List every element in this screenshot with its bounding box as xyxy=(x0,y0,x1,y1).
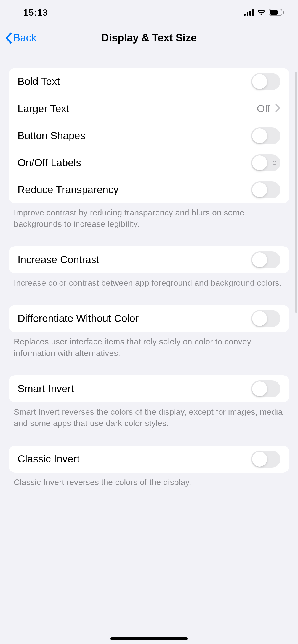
wifi-icon xyxy=(257,9,266,16)
settings-group-smart-invert: Smart Invert xyxy=(9,375,289,402)
home-indicator[interactable] xyxy=(110,637,188,640)
status-bar: 15:13 xyxy=(0,0,298,25)
footer-differentiate: Replaces user interface items that rely … xyxy=(0,332,298,359)
svg-rect-5 xyxy=(270,10,278,15)
back-label: Back xyxy=(13,32,36,44)
row-differentiate-without-color[interactable]: Differentiate Without Color xyxy=(9,305,289,332)
row-label: Increase Contrast xyxy=(18,254,99,266)
footer-reduce-transparency: Improve contrast by reducing transparenc… xyxy=(0,203,298,230)
scroll-indicator[interactable] xyxy=(295,72,297,313)
footer-classic-invert: Classic Invert reverses the colors of th… xyxy=(0,473,298,488)
toggle-smart-invert[interactable] xyxy=(251,380,280,397)
toggle-on-off-labels[interactable] xyxy=(251,154,280,171)
status-indicators xyxy=(244,9,284,16)
toggle-reduce-transparency[interactable] xyxy=(251,181,280,198)
settings-group-display: Bold Text Larger Text Off Button Shapes … xyxy=(9,68,289,203)
row-button-shapes[interactable]: Button Shapes xyxy=(9,122,289,149)
row-classic-invert[interactable]: Classic Invert xyxy=(9,446,289,473)
cellular-icon xyxy=(244,9,254,16)
page-title: Display & Text Size xyxy=(101,32,197,44)
larger-text-value: Off xyxy=(257,103,270,115)
row-larger-text[interactable]: Larger Text Off xyxy=(9,95,289,122)
footer-increase-contrast: Increase color contrast between app fore… xyxy=(0,273,298,289)
toggle-classic-invert[interactable] xyxy=(251,451,280,468)
row-on-off-labels[interactable]: On/Off Labels xyxy=(9,149,289,176)
svg-rect-0 xyxy=(244,14,246,16)
chevron-right-icon xyxy=(275,103,280,115)
row-label: Button Shapes xyxy=(18,130,85,142)
toggle-bold-text[interactable] xyxy=(251,73,280,90)
row-label: Classic Invert xyxy=(18,453,80,465)
svg-rect-1 xyxy=(247,12,248,16)
on-off-indicator-icon xyxy=(273,161,276,165)
nav-bar: Back Display & Text Size xyxy=(0,25,298,51)
row-smart-invert[interactable]: Smart Invert xyxy=(9,375,289,402)
row-label: Larger Text xyxy=(18,103,69,115)
row-increase-contrast[interactable]: Increase Contrast xyxy=(9,246,289,273)
footer-smart-invert: Smart Invert reverses the colors of the … xyxy=(0,402,298,429)
row-label: Bold Text xyxy=(18,76,60,87)
svg-rect-3 xyxy=(252,9,254,16)
svg-rect-6 xyxy=(283,11,284,14)
back-button[interactable]: Back xyxy=(5,32,36,44)
settings-group-differentiate: Differentiate Without Color xyxy=(9,305,289,332)
svg-rect-2 xyxy=(249,11,251,16)
status-time: 15:13 xyxy=(23,7,48,18)
row-label: Reduce Transparency xyxy=(18,184,119,196)
toggle-button-shapes[interactable] xyxy=(251,127,280,144)
row-label: Smart Invert xyxy=(18,383,74,395)
row-accessory: Off xyxy=(257,103,280,115)
content: Bold Text Larger Text Off Button Shapes … xyxy=(0,51,298,488)
row-label: On/Off Labels xyxy=(18,157,81,169)
row-label: Differentiate Without Color xyxy=(18,313,139,324)
settings-group-classic-invert: Classic Invert xyxy=(9,446,289,473)
row-bold-text[interactable]: Bold Text xyxy=(9,68,289,95)
battery-icon xyxy=(269,9,284,16)
toggle-differentiate-without-color[interactable] xyxy=(251,310,280,327)
settings-group-contrast: Increase Contrast xyxy=(9,246,289,273)
row-reduce-transparency[interactable]: Reduce Transparency xyxy=(9,176,289,203)
toggle-increase-contrast[interactable] xyxy=(251,251,280,268)
chevron-left-icon xyxy=(5,32,12,44)
